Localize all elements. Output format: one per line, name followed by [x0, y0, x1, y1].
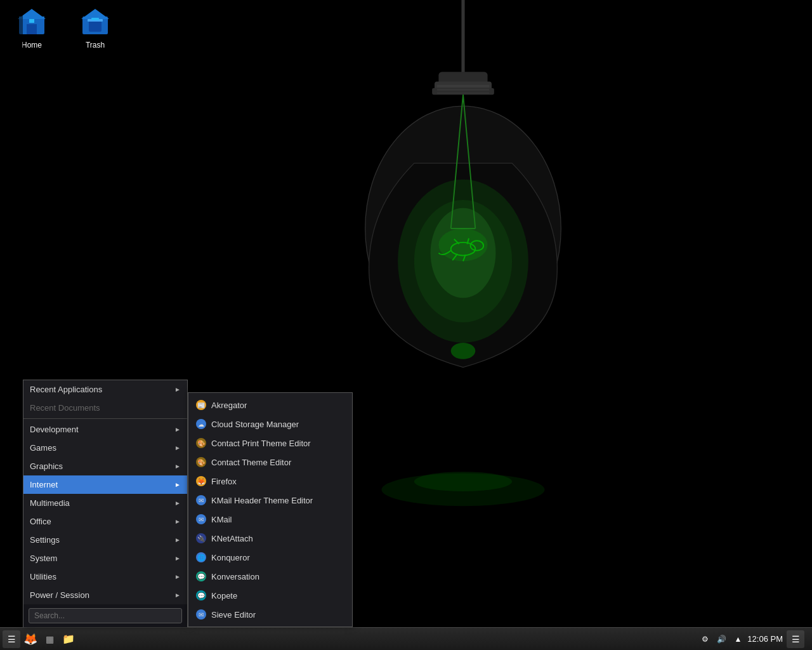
menu-item-office[interactable]: Office ►: [23, 512, 187, 531]
svg-point-11: [438, 229, 487, 261]
arrow-icon: ►: [174, 555, 181, 562]
submenu-item-knetattach[interactable]: 🔌 KNetAttach: [188, 529, 352, 548]
firefox-icon: 🦊: [196, 476, 206, 486]
contact-theme-icon: 🎨: [196, 457, 206, 467]
arrow-icon: ►: [174, 463, 181, 470]
akregator-label: Akregator: [211, 401, 247, 410]
system-clock[interactable]: 12:06 PM: [747, 634, 783, 644]
taskbar-firefox-icon[interactable]: 🦊: [22, 630, 39, 648]
svg-point-23: [414, 472, 512, 491]
submenu-item-kmail-header[interactable]: ✉ KMail Header Theme Editor: [188, 491, 352, 510]
sieve-editor-icon: ✉: [196, 609, 206, 620]
menu-item-system[interactable]: System ►: [23, 549, 187, 567]
submenu-item-kopete[interactable]: 💬 Kopete: [188, 586, 352, 605]
menu-item-multimedia[interactable]: Multimedia ►: [23, 494, 187, 512]
svg-rect-33: [91, 18, 99, 20]
kopete-icon: 💬: [196, 590, 206, 600]
search-input[interactable]: [29, 608, 182, 623]
desktop-icon-home-label: Home: [22, 41, 42, 50]
arrow-icon: ►: [174, 500, 181, 507]
submenu-item-contact-print-theme[interactable]: 🎨 Contact Print Theme Editor: [188, 434, 352, 453]
desktop-icons: Home Trash: [6, 6, 121, 50]
arrow-icon: ►: [174, 592, 181, 599]
kmail-label: KMail: [211, 515, 232, 524]
svg-rect-19: [437, 85, 489, 88]
system-tray: ⚙ 🔊 ▲: [699, 633, 743, 645]
submenu-item-akregator[interactable]: 📰 Akregator: [188, 395, 352, 415]
submenu-item-kmail[interactable]: ✉ KMail: [188, 510, 352, 529]
menu-item-development[interactable]: Development ►: [23, 420, 187, 439]
svg-rect-28: [19, 17, 44, 19]
arrow-icon: ►: [174, 481, 181, 488]
submenu-item-cloud-storage[interactable]: ☁ Cloud Storage Manager: [188, 415, 352, 434]
svg-rect-21: [437, 92, 489, 94]
desktop-icon-trash[interactable]: Trash: [70, 6, 121, 50]
arrow-icon: ►: [174, 386, 181, 393]
menu-item-settings[interactable]: Settings ►: [23, 531, 187, 549]
taskbar-right: ⚙ 🔊 ▲ 12:06 PM ☰: [699, 630, 809, 648]
konqueror-icon: 🌐: [196, 552, 206, 562]
menu-item-games[interactable]: Games ►: [23, 439, 187, 457]
arrow-icon: ►: [174, 444, 181, 451]
contact-print-label: Contact Print Theme Editor: [211, 439, 311, 448]
arrow-icon: ►: [174, 573, 181, 580]
menu-icon: ☰: [8, 634, 16, 644]
submenu-item-sieve-editor[interactable]: ✉ Sieve Editor: [188, 605, 352, 624]
contact-print-icon: 🎨: [196, 438, 206, 448]
menu-item-recent-docs: Recent Documents: [23, 399, 187, 417]
submenu-item-firefox[interactable]: 🦊 Firefox: [188, 472, 352, 491]
arrow-icon: ►: [174, 426, 181, 433]
contact-theme-label: Contact Theme Editor: [211, 458, 291, 467]
menu-button[interactable]: ☰: [3, 630, 20, 648]
desktop-icon-trash-label: Trash: [86, 41, 105, 50]
submenu-item-contact-theme[interactable]: 🎨 Contact Theme Editor: [188, 453, 352, 472]
kmail-header-icon: ✉: [196, 495, 206, 505]
taskbar-folder-icon[interactable]: 📁: [60, 630, 77, 648]
submenu-item-konversation[interactable]: 💬 Konversation: [188, 567, 352, 586]
menu-divider: [23, 418, 187, 419]
menu-item-internet[interactable]: Internet ►: [23, 475, 187, 494]
konversation-icon: 💬: [196, 571, 206, 581]
akregator-icon: 📰: [196, 400, 206, 410]
tray-settings-icon[interactable]: ⚙: [699, 633, 710, 645]
submenu-item-konqueror[interactable]: 🌐 Konqueror: [188, 548, 352, 567]
menu-item-utilities[interactable]: Utilities ►: [23, 567, 187, 586]
taskbar-left: ☰ 🦊 ▦ 📁: [3, 630, 77, 648]
kopete-label: Kopete: [211, 591, 237, 600]
svg-marker-30: [81, 9, 109, 19]
cloud-storage-label: Cloud Storage Manager: [211, 420, 299, 429]
taskbar: ☰ 🦊 ▦ 📁 ⚙ 🔊 ▲ 12:06 PM ☰: [0, 627, 812, 650]
start-menu: Recent Applications ► Recent Documents D…: [23, 380, 188, 627]
internet-submenu: 📰 Akregator ☁ Cloud Storage Manager 🎨 Co…: [188, 392, 353, 627]
svg-rect-26: [27, 24, 37, 34]
tray-volume-icon[interactable]: 🔊: [716, 633, 727, 645]
arrow-icon: ►: [174, 518, 181, 525]
cloud-storage-icon: ☁: [196, 419, 206, 429]
kmail-icon: ✉: [196, 514, 206, 524]
firefox-label: Firefox: [211, 477, 237, 486]
svg-point-18: [451, 343, 476, 359]
menu-item-power-session[interactable]: Power / Session ►: [23, 586, 187, 604]
sidebar: [0, 0, 23, 627]
knetattach-label: KNetAttach: [211, 534, 253, 543]
knetattach-icon: 🔌: [196, 533, 206, 543]
arrow-icon: ►: [174, 536, 181, 543]
konqueror-label: Konqueror: [211, 553, 250, 562]
taskbar-task-icon[interactable]: ▦: [41, 630, 58, 648]
menu-item-recent-apps[interactable]: Recent Applications ►: [23, 380, 187, 399]
search-box-container: [23, 604, 187, 627]
tray-arrow-icon[interactable]: ▲: [732, 633, 743, 645]
sieve-editor-label: Sieve Editor: [211, 610, 256, 620]
konversation-label: Konversation: [211, 572, 259, 581]
svg-rect-31: [89, 20, 102, 32]
svg-rect-20: [437, 89, 489, 91]
kmail-header-label: KMail Header Theme Editor: [211, 496, 313, 505]
taskbar-menu-icon[interactable]: ☰: [787, 630, 804, 648]
menu-item-graphics[interactable]: Graphics ►: [23, 457, 187, 475]
